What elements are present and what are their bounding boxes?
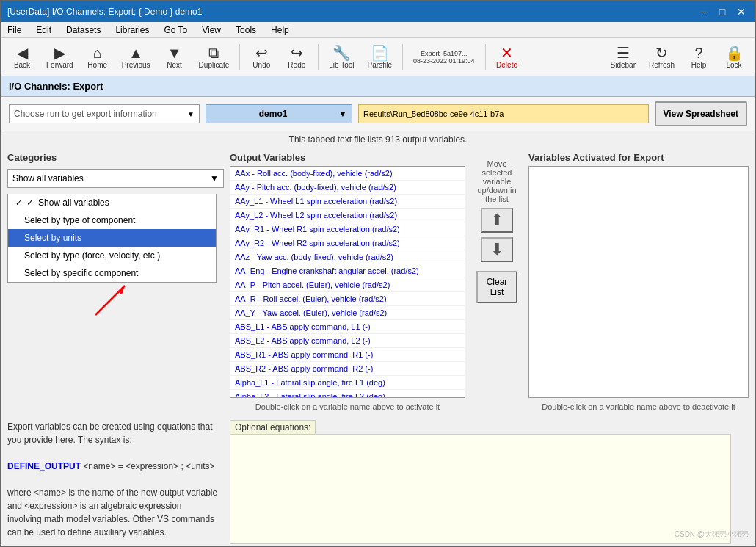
toolbar-separator-4 [485, 44, 486, 70]
output-variables-hint: Double-click on a variable name above to… [230, 398, 465, 416]
menu-tools[interactable]: Tools [233, 24, 259, 36]
variables-activated-section: Variables Activated for Export Double-cl… [528, 152, 749, 416]
menu-view[interactable]: View [199, 24, 224, 36]
maximize-button[interactable]: □ [715, 4, 730, 19]
back-button[interactable]: ◀ Back [6, 41, 38, 73]
sidebar-icon: ☰ [617, 46, 630, 60]
delete-button[interactable]: ✕ Delete [491, 41, 523, 73]
output-var-item[interactable]: Alpha_L2 - Lateral slip angle, tire L2 (… [230, 390, 465, 398]
output-var-item[interactable]: AAy - Pitch acc. (body-fixed), vehicle (… [230, 181, 465, 195]
output-var-item[interactable]: AAy_R2 - Wheel R2 spin acceleration (rad… [230, 236, 465, 250]
menu-libraries[interactable]: Libraries [112, 24, 152, 36]
output-var-item[interactable]: AAy_R1 - Wheel R1 spin acceleration (rad… [230, 222, 465, 236]
output-var-item[interactable]: AA_Y - Yaw accel. (Euler), vehicle (rad/… [230, 306, 465, 320]
lib-tool-button[interactable]: 🔧 Lib Tool [324, 41, 359, 73]
output-var-item[interactable]: AAz - Yaw acc. (body-fixed), vehicle (ra… [230, 250, 465, 264]
redo-button[interactable]: ↪ Redo [280, 41, 313, 73]
lib-tool-icon: 🔧 [332, 46, 351, 60]
category-label-by-force-type: Select by type (force, velocity, etc.) [24, 250, 160, 261]
duplicate-button[interactable]: ⧉ Duplicate [194, 41, 235, 73]
output-var-item[interactable]: ABS_R1 - ABS apply command, R1 (-) [230, 348, 465, 362]
next-button[interactable]: ▼ Next [159, 41, 191, 73]
optional-equations-section: Optional equations: [230, 420, 731, 544]
menu-goto[interactable]: Go To [161, 24, 190, 36]
bottom-section: Export variables can be created using eq… [1, 420, 755, 547]
demo-select-text: demo1 [211, 109, 335, 119]
category-item-by-component-type[interactable]: Select by type of component [8, 211, 216, 229]
output-var-item[interactable]: AAy_L1 - Wheel L1 spin acceleration (rad… [230, 195, 465, 209]
variables-activated-list[interactable] [528, 166, 749, 398]
output-var-item[interactable]: AA_Eng - Engine crankshaft angular accel… [230, 264, 465, 278]
home-button[interactable]: ⌂ Home [81, 41, 114, 73]
category-label-by-component-type: Select by type of component [24, 215, 135, 225]
bottom-description: Export variables can be created using eq… [7, 420, 224, 544]
main-layout: Categories Show all variables ▼ ✓ Show a… [1, 148, 755, 420]
bottom-para1: Export variables can be created using eq… [7, 420, 218, 446]
category-label-by-specific-component: Select by specific component [24, 268, 138, 278]
forward-button[interactable]: ▶ Forward [41, 41, 79, 73]
optional-equations-area[interactable] [230, 434, 731, 544]
toolbar-separator-2 [318, 44, 319, 70]
category-item-by-specific-component[interactable]: Select by specific component [8, 264, 216, 282]
parsfile-button[interactable]: 📄 Parsfile [363, 41, 397, 73]
menu-edit[interactable]: Edit [33, 24, 54, 36]
category-item-by-units[interactable]: Select by units [8, 229, 216, 247]
run-select-dropdown[interactable]: Choose run to get export information ▼ [9, 104, 200, 123]
output-variables-list[interactable]: AAx - Roll acc. (body-fixed), vehicle (r… [230, 166, 465, 398]
view-spreadsheet-button[interactable]: View Spreadsheet [655, 101, 748, 126]
output-var-item[interactable]: AA_R - Roll accel. (Euler), vehicle (rad… [230, 292, 465, 306]
move-up-button[interactable]: ⬆ [481, 208, 513, 233]
output-var-item[interactable]: ABS_R2 - ABS apply command, R2 (-) [230, 362, 465, 376]
refresh-button[interactable]: ↻ Refresh [644, 41, 680, 73]
info-text: This tabbed text file lists 913 output v… [1, 131, 755, 148]
category-item-show-all[interactable]: ✓ Show all variables [8, 194, 216, 211]
menu-datasets[interactable]: Datasets [63, 24, 103, 36]
lock-icon: 🔒 [725, 46, 744, 60]
output-var-item[interactable]: AAx - Roll acc. (body-fixed), vehicle (r… [230, 167, 465, 181]
check-mark: ✓ [26, 198, 34, 208]
bottom-code: DEFINE_OUTPUT <name> = <expression> ; <u… [7, 460, 218, 473]
previous-button[interactable]: ▲ Previous [117, 41, 156, 73]
delete-icon: ✕ [501, 46, 513, 60]
clear-list-button[interactable]: ClearList [476, 271, 518, 303]
export-file-button[interactable]: Export_5a197... 08-23-2022 01:19:04 [408, 41, 480, 73]
home-icon: ⌂ [93, 46, 102, 60]
define-keyword: DEFINE_OUTPUT [7, 461, 81, 471]
help-button[interactable]: ? Help [683, 41, 715, 73]
undo-button[interactable]: ↩ Undo [245, 41, 277, 73]
run-select-text: Choose run to get export information [14, 109, 184, 119]
results-path: Results\Run_5ed808bc-ce9e-4c11-b7a [358, 104, 649, 123]
category-label-by-units: Select by units [24, 233, 81, 243]
category-item-by-force-type[interactable]: Select by type (force, velocity, etc.) [8, 247, 216, 264]
menu-file[interactable]: File [4, 24, 24, 36]
redo-icon: ↪ [291, 46, 303, 60]
lock-button[interactable]: 🔒 Lock [718, 41, 750, 73]
undo-icon: ↩ [255, 46, 268, 60]
run-select-arrow-icon: ▼ [187, 110, 195, 118]
move-down-button[interactable]: ⬇ [481, 237, 513, 262]
optional-equations-label: Optional equations: [230, 420, 316, 434]
output-var-item[interactable]: ABS_L2 - ABS apply command, L2 (-) [230, 334, 465, 348]
menu-bar: File Edit Datasets Libraries Go To View … [1, 22, 755, 38]
close-button[interactable]: ✕ [734, 4, 749, 19]
move-controls: Move selected variable up/down in the li… [471, 152, 523, 416]
output-var-item[interactable]: ABS_L1 - ABS apply command, L1 (-) [230, 320, 465, 334]
code-rest: <name> = <expression> ; <units> [83, 461, 214, 471]
output-var-item[interactable]: AA_P - Pitch accel. (Euler), vehicle (ra… [230, 278, 465, 292]
bottom-para2: where <name> is the name of the new outp… [7, 486, 218, 539]
categories-dropdown-menu: ✓ Show all variables Select by type of c… [7, 194, 217, 283]
back-icon: ◀ [17, 46, 28, 60]
minimize-button[interactable]: − [696, 4, 710, 19]
demo-select-dropdown[interactable]: demo1 ▼ [206, 104, 352, 123]
parsfile-icon: 📄 [371, 46, 389, 60]
demo-select-arrow-icon: ▼ [338, 109, 347, 119]
categories-dropdown[interactable]: Show all variables ▼ [7, 169, 224, 188]
next-icon: ▼ [167, 46, 182, 60]
help-icon: ? [694, 46, 702, 60]
toolbar: ◀ Back ▶ Forward ⌂ Home ▲ Previous ▼ Nex… [1, 38, 755, 76]
output-var-item[interactable]: Alpha_L1 - Lateral slip angle, tire L1 (… [230, 376, 465, 390]
menu-help[interactable]: Help [268, 24, 292, 36]
output-var-item[interactable]: AAy_L2 - Wheel L2 spin acceleration (rad… [230, 209, 465, 222]
move-description: Move selected variable up/down in the li… [474, 159, 520, 203]
sidebar-button[interactable]: ☰ Sidebar [606, 41, 641, 73]
